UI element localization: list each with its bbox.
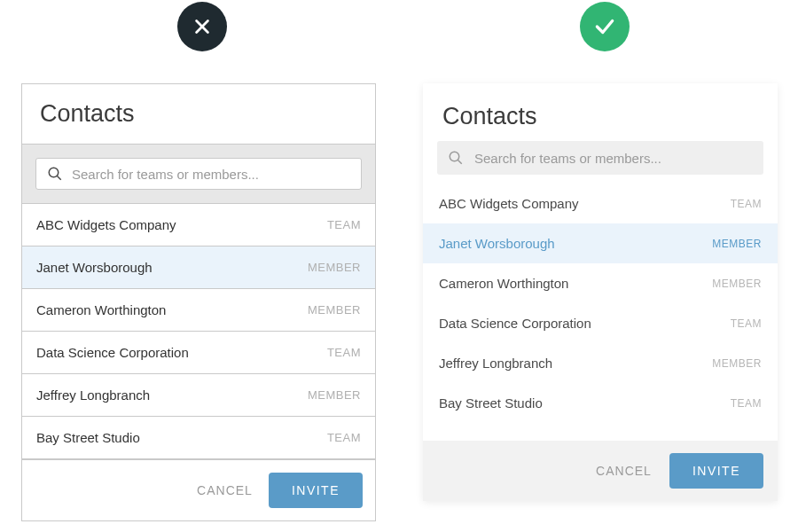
list-item[interactable]: Bay Street Studio TEAM — [22, 417, 375, 459]
list-item[interactable]: Janet Worsborough MEMBER — [22, 246, 375, 289]
svg-line-5 — [458, 160, 462, 164]
cancel-button[interactable]: CANCEL — [197, 483, 253, 497]
search-input[interactable] — [474, 151, 753, 166]
contact-type: TEAM — [731, 317, 762, 330]
search-field[interactable] — [437, 141, 763, 175]
list-item[interactable]: ABC Widgets Company TEAM — [423, 184, 778, 223]
contact-type: MEMBER — [712, 357, 762, 370]
contact-type: MEMBER — [308, 388, 361, 402]
contacts-panel-bad: Contacts ABC Widgets Company TEAM Janet … — [21, 83, 376, 521]
contact-type: TEAM — [731, 198, 762, 210]
check-icon — [593, 15, 616, 38]
search-icon — [448, 150, 464, 166]
list-item[interactable]: Data Science Corporation TEAM — [423, 303, 778, 343]
contact-name: Janet Worsborough — [439, 236, 555, 251]
search-field[interactable] — [35, 158, 362, 190]
contact-name: ABC Widgets Company — [36, 217, 176, 232]
svg-point-2 — [49, 168, 59, 177]
panel-header: Contacts — [22, 84, 375, 145]
search-icon — [47, 166, 63, 182]
contact-name: Bay Street Studio — [36, 430, 140, 445]
panel-title: Contacts — [40, 100, 357, 128]
panel-header: Contacts — [423, 83, 778, 141]
contact-type: MEMBER — [308, 261, 361, 274]
cancel-button[interactable]: CANCEL — [596, 464, 652, 478]
contact-name: Data Science Corporation — [439, 316, 591, 331]
svg-line-3 — [57, 176, 61, 180]
panel-footer: CANCEL INVITE — [423, 441, 778, 501]
contact-type: MEMBER — [308, 303, 361, 317]
list-item[interactable]: Cameron Worthington MEMBER — [22, 289, 375, 332]
list-item[interactable]: ABC Widgets Company TEAM — [22, 204, 375, 246]
list-item[interactable]: Janet Worsborough MEMBER — [423, 223, 778, 263]
panel-footer: CANCEL INVITE — [22, 459, 375, 520]
contact-name: Data Science Corporation — [36, 345, 189, 360]
panel-title: Contacts — [442, 103, 758, 130]
list-item[interactable]: Cameron Worthington MEMBER — [423, 263, 778, 303]
contact-name: Bay Street Studio — [439, 395, 543, 411]
contact-name: Janet Worsborough — [36, 260, 153, 275]
invite-button[interactable]: INVITE — [269, 473, 363, 508]
contact-type: MEMBER — [712, 238, 762, 250]
contact-type: TEAM — [731, 397, 762, 410]
contact-name: Cameron Worthington — [439, 276, 568, 291]
list-item[interactable]: Data Science Corporation TEAM — [22, 332, 375, 374]
search-bar-container — [423, 141, 778, 184]
list-item[interactable]: Jeffrey Longbranch MEMBER — [22, 374, 375, 417]
contact-name: Cameron Worthington — [36, 302, 166, 317]
good-example-badge — [580, 2, 630, 51]
bad-example-badge — [177, 2, 227, 51]
contacts-panel-good: Contacts ABC Widgets Company TEAM Janet … — [423, 83, 778, 501]
invite-button[interactable]: INVITE — [669, 453, 763, 489]
list-item[interactable]: Jeffrey Longbranch MEMBER — [423, 343, 778, 383]
list-item[interactable]: Bay Street Studio TEAM — [423, 383, 778, 423]
contact-name: Jeffrey Longbranch — [439, 356, 552, 371]
search-input[interactable] — [72, 167, 350, 182]
contact-name: Jeffrey Longbranch — [36, 387, 150, 403]
cross-icon — [192, 17, 212, 36]
contact-list: ABC Widgets Company TEAM Janet Worsborou… — [423, 184, 778, 441]
contact-type: MEMBER — [712, 278, 762, 290]
contact-type: TEAM — [327, 218, 361, 231]
contact-name: ABC Widgets Company — [439, 196, 579, 211]
contact-type: TEAM — [327, 346, 361, 359]
svg-point-4 — [450, 152, 459, 161]
contact-type: TEAM — [327, 431, 361, 444]
search-bar-container — [22, 145, 375, 204]
